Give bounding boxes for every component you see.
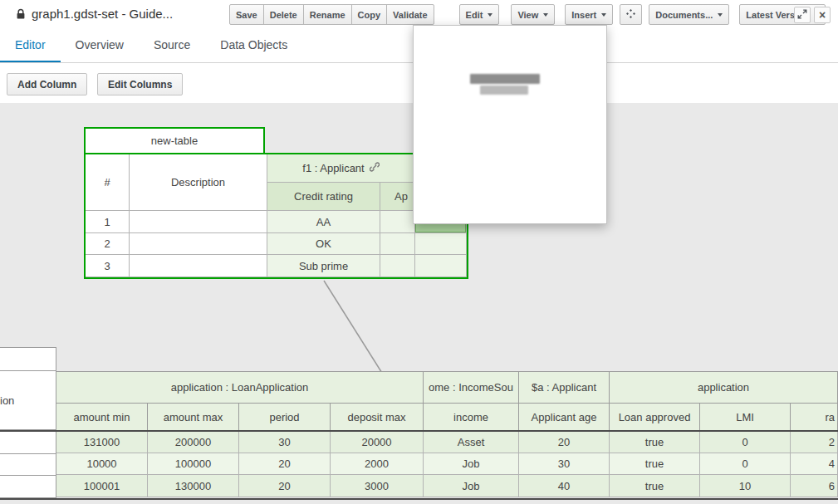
data-decision-table: application : LoanApplication ome : Inco… bbox=[56, 371, 838, 497]
column-header[interactable]: deposit max bbox=[331, 404, 424, 431]
condition-cell[interactable] bbox=[415, 233, 467, 255]
data-cell[interactable]: Job bbox=[424, 453, 519, 475]
data-cell[interactable]: 20 bbox=[239, 475, 331, 497]
close-button[interactable]: × bbox=[814, 7, 831, 23]
documents-menu-button[interactable]: Documents... bbox=[649, 4, 729, 25]
data-cell[interactable]: 130000 bbox=[148, 475, 239, 497]
data-cell[interactable]: 131000 bbox=[56, 431, 148, 453]
credit-rating-cell[interactable]: OK bbox=[267, 233, 380, 255]
documents-menu-label: Documents... bbox=[655, 10, 713, 20]
table-row: 100001 130000 20 3000 Job 40 true 10 6 bbox=[56, 475, 838, 497]
tab-data-objects[interactable]: Data Objects bbox=[205, 30, 302, 62]
description-cell[interactable] bbox=[130, 255, 267, 277]
column-header[interactable]: Loan approved bbox=[610, 404, 700, 431]
caret-down-icon bbox=[601, 13, 606, 17]
column-header[interactable]: Applicant age bbox=[519, 404, 610, 431]
save-button[interactable]: Save bbox=[229, 4, 264, 25]
redacted-text bbox=[480, 86, 528, 95]
tab-source[interactable]: Source bbox=[139, 30, 205, 62]
description-cell[interactable] bbox=[130, 211, 267, 233]
condition-cell[interactable] bbox=[415, 255, 467, 277]
column-header[interactable]: period bbox=[239, 404, 331, 431]
data-cell[interactable]: 20 bbox=[239, 453, 331, 475]
tab-editor[interactable]: Editor bbox=[0, 30, 61, 62]
data-cell[interactable]: 40 bbox=[519, 475, 610, 497]
row-number-header[interactable]: # bbox=[86, 154, 130, 211]
data-cell[interactable]: 30 bbox=[519, 453, 610, 475]
condition-cell[interactable] bbox=[380, 233, 415, 255]
group-header-loan-application[interactable]: application : LoanApplication bbox=[56, 372, 424, 404]
data-cell[interactable]: 200000 bbox=[148, 431, 239, 453]
data-cell[interactable]: 10000 bbox=[56, 453, 148, 475]
data-cell[interactable]: Asset bbox=[424, 431, 519, 453]
data-cell[interactable]: true bbox=[610, 431, 700, 453]
description-cell[interactable] bbox=[130, 233, 267, 255]
delete-button[interactable]: Delete bbox=[263, 4, 304, 25]
credit-rating-cell[interactable]: Sub prime bbox=[267, 255, 380, 277]
add-column-button[interactable]: Add Column bbox=[7, 73, 87, 95]
description-cell[interactable] bbox=[0, 476, 56, 498]
data-cell[interactable]: 3000 bbox=[331, 475, 424, 497]
data-cell[interactable]: true bbox=[610, 475, 700, 497]
data-cell[interactable]: 20 bbox=[519, 431, 610, 453]
caret-down-icon bbox=[488, 13, 493, 17]
data-cell[interactable]: 4 bbox=[791, 453, 838, 475]
row-number-cell[interactable]: 1 bbox=[86, 211, 130, 233]
column-header[interactable]: amount min bbox=[56, 404, 148, 431]
data-cell[interactable]: 10 bbox=[700, 475, 791, 497]
pattern-header-label: f1 : Applicant bbox=[302, 162, 364, 174]
column-header[interactable]: ra bbox=[791, 404, 838, 431]
data-cell[interactable]: 6 bbox=[791, 475, 838, 497]
table-title[interactable]: new-table bbox=[84, 127, 265, 154]
data-cell[interactable]: 30 bbox=[239, 431, 331, 453]
data-cell[interactable]: 0 bbox=[700, 453, 791, 475]
data-cell[interactable]: 0 bbox=[700, 431, 791, 453]
description-header[interactable]: Description bbox=[130, 154, 267, 211]
condition-header-applicant[interactable]: Ap bbox=[380, 183, 415, 211]
column-header-row: amount min amount max period deposit max… bbox=[56, 404, 838, 431]
validate-button[interactable]: Validate bbox=[386, 4, 434, 25]
condition-header-credit-rating[interactable]: Credit rating bbox=[267, 183, 380, 211]
pattern-header[interactable]: f1 : Applicant bbox=[267, 154, 415, 183]
table-row: 10000 100000 20 2000 Job 30 true 0 4 bbox=[56, 453, 838, 475]
description-cell[interactable] bbox=[0, 454, 56, 476]
lock-icon bbox=[16, 8, 26, 23]
group-header-income-source[interactable]: ome : IncomeSou bbox=[424, 372, 519, 404]
data-cell[interactable]: 100000 bbox=[148, 453, 239, 475]
insert-menu-label: Insert bbox=[571, 10, 596, 20]
insert-menu-button[interactable]: Insert bbox=[565, 4, 613, 25]
column-header[interactable]: LMI bbox=[700, 404, 791, 431]
column-header[interactable]: income bbox=[424, 404, 519, 431]
tab-overview[interactable]: Overview bbox=[61, 30, 139, 62]
data-cell[interactable]: 2 bbox=[791, 431, 838, 453]
group-header-applicant[interactable]: $a : Applicant bbox=[519, 372, 610, 404]
table-row: 1 AA bbox=[86, 211, 467, 233]
data-cell[interactable]: true bbox=[610, 453, 700, 475]
group-header-application[interactable]: application bbox=[610, 372, 838, 404]
edit-columns-button[interactable]: Edit Columns bbox=[97, 73, 183, 95]
credit-rating-cell[interactable]: AA bbox=[267, 211, 380, 233]
column-header[interactable]: amount max bbox=[148, 404, 239, 431]
view-menu-button[interactable]: View bbox=[511, 4, 555, 25]
expand-button[interactable] bbox=[794, 7, 811, 23]
table-header-divider bbox=[0, 430, 838, 432]
data-cell[interactable]: 20000 bbox=[331, 431, 424, 453]
link-icon bbox=[370, 162, 380, 174]
edit-menu-button[interactable]: Edit bbox=[459, 4, 500, 25]
data-cell[interactable]: 2000 bbox=[331, 453, 424, 475]
asset-toolbar: Save Delete Rename Copy Validate Edit Vi… bbox=[229, 4, 826, 25]
condition-cell[interactable] bbox=[380, 255, 415, 277]
popup-overlay bbox=[413, 25, 607, 224]
condition-cell[interactable] bbox=[380, 211, 415, 233]
data-cell[interactable]: 100001 bbox=[56, 475, 148, 497]
row-number-cell[interactable]: 2 bbox=[86, 233, 130, 255]
asset-title: graph1.gdst-set - Guide... bbox=[32, 7, 173, 21]
rename-button[interactable]: Rename bbox=[303, 4, 352, 25]
data-cell[interactable]: Job bbox=[424, 475, 519, 497]
layout-menu-button[interactable] bbox=[620, 4, 642, 25]
data-table-description-header[interactable]: ion bbox=[0, 371, 56, 430]
table-bottom-divider bbox=[0, 498, 838, 500]
description-cell[interactable] bbox=[0, 432, 56, 454]
row-number-cell[interactable]: 3 bbox=[86, 255, 130, 277]
copy-button[interactable]: Copy bbox=[351, 4, 388, 25]
